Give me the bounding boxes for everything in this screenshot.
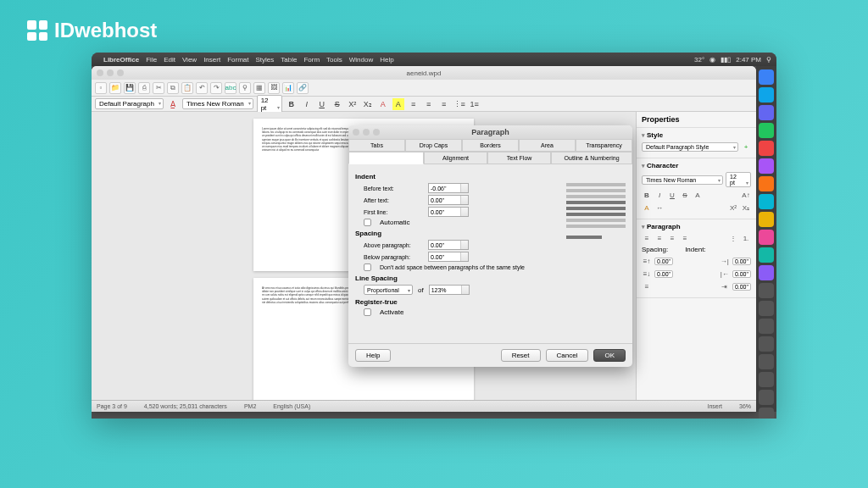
superscript-icon[interactable]: X² — [728, 202, 738, 213]
highlight-icon[interactable]: A — [392, 98, 404, 110]
firstline-indent-spin[interactable]: 0.00" — [732, 283, 751, 291]
status-language[interactable]: English (USA) — [273, 403, 310, 409]
superscript-button[interactable]: X² — [347, 98, 359, 110]
dont-add-space-checkbox[interactable] — [364, 263, 371, 271]
dock-app-icon[interactable] — [759, 141, 774, 156]
underline-icon[interactable]: U — [667, 190, 677, 200]
tab-tabs[interactable]: Tabs — [348, 139, 405, 152]
dialog-titlebar[interactable]: Paragraph — [348, 125, 632, 139]
dock-app-icon[interactable] — [759, 319, 774, 334]
tab-textflow[interactable]: Text Flow — [487, 152, 551, 164]
spellcheck-icon[interactable]: abc — [225, 82, 236, 94]
dock-app-icon[interactable] — [759, 158, 774, 174]
open-icon[interactable]: 📁 — [109, 82, 121, 94]
dec-spacing-icon[interactable]: ≡↓ — [642, 269, 652, 279]
battery-icon[interactable]: ▮▮▯ — [721, 56, 731, 64]
wifi-icon[interactable]: ◉ — [709, 56, 715, 64]
cancel-button[interactable]: Cancel — [546, 349, 589, 362]
dock-app-icon[interactable] — [759, 265, 774, 280]
line-spacing-select[interactable]: Proportional — [364, 285, 413, 295]
style-section-title[interactable]: Style — [642, 131, 751, 139]
new-style-icon[interactable]: + — [741, 141, 751, 152]
paragraph-section-title[interactable]: Paragraph — [642, 223, 751, 230]
dock-app-icon[interactable] — [759, 301, 774, 316]
undo-icon[interactable]: ↶ — [196, 82, 208, 94]
bold-icon[interactable]: B — [642, 190, 652, 200]
ok-button[interactable]: OK — [593, 349, 626, 362]
dock-app-icon[interactable] — [759, 408, 774, 419]
new-doc-icon[interactable]: ▫ — [95, 82, 107, 94]
status-page[interactable]: Page 3 of 9 — [97, 403, 127, 409]
paste-icon[interactable]: 📋 — [181, 82, 193, 94]
bullets-icon[interactable]: ⋮≡ — [453, 98, 465, 110]
underline-button[interactable]: U — [316, 98, 328, 110]
style-combo[interactable]: Default Paragraph Style — [642, 142, 738, 152]
after-text-input[interactable]: 0.00" — [428, 195, 469, 205]
tab-alignment[interactable]: Alignment — [424, 152, 487, 164]
before-indent-spin[interactable]: 0.00" — [732, 258, 751, 265]
subscript-button[interactable]: X₂ — [362, 98, 374, 110]
print-icon[interactable]: ⎙ — [138, 82, 150, 94]
tab-transparency[interactable]: Transparency — [576, 139, 632, 152]
help-button[interactable]: Help — [355, 349, 391, 362]
line-spacing-icon[interactable]: ≡ — [642, 281, 652, 291]
char-font-combo[interactable]: Times New Roman — [642, 175, 723, 185]
menu-insert[interactable]: Insert — [203, 56, 220, 64]
status-zoom[interactable]: 36% — [739, 403, 751, 409]
below-spacing-spin[interactable]: 0.00" — [654, 270, 673, 278]
menu-view[interactable]: View — [182, 56, 197, 64]
dock-app-icon[interactable] — [759, 123, 774, 138]
image-icon[interactable]: 🖼 — [268, 82, 280, 94]
font-color-icon[interactable]: A — [693, 190, 703, 200]
dock-app-icon[interactable] — [759, 105, 774, 120]
highlight-icon[interactable]: A — [642, 202, 652, 213]
align-center-icon[interactable]: ≡ — [423, 98, 435, 110]
above-spacing-spin[interactable]: 0.00" — [654, 258, 673, 265]
copy-icon[interactable]: ⧉ — [167, 82, 179, 94]
dock-app-icon[interactable] — [759, 194, 774, 209]
redo-icon[interactable]: ↷ — [210, 82, 222, 94]
font-name-combo[interactable]: Times New Roman — [182, 98, 253, 109]
tab-dropcaps[interactable]: Drop Caps — [405, 139, 462, 152]
menu-window[interactable]: Window — [349, 56, 373, 64]
status-insert[interactable]: Insert — [707, 403, 722, 409]
chart-icon[interactable]: 📊 — [282, 82, 294, 94]
dialog-traffic-lights[interactable] — [353, 129, 380, 136]
firstline-indent-icon[interactable]: ⇥ — [720, 281, 730, 291]
dock-app-icon[interactable] — [759, 247, 774, 263]
strike-button[interactable]: S — [331, 98, 343, 110]
menu-tools[interactable]: Tools — [326, 56, 342, 64]
menu-help[interactable]: Help — [380, 56, 393, 64]
bullets-icon[interactable]: ⋮ — [728, 233, 738, 243]
status-wordcount[interactable]: 4,520 words; 25,031 characters — [144, 403, 227, 409]
automatic-checkbox[interactable] — [364, 219, 371, 226]
dock-app-icon[interactable] — [759, 283, 774, 298]
table-icon[interactable]: ▦ — [253, 82, 265, 94]
tab-indents-spacing[interactable] — [348, 152, 424, 164]
after-indent-spin[interactable]: 0.00" — [732, 270, 751, 278]
inc-indent-icon[interactable]: →| — [720, 256, 730, 266]
above-para-input[interactable]: 0.00" — [428, 240, 469, 250]
cut-icon[interactable]: ✂ — [153, 82, 164, 94]
font-size-combo[interactable]: 12 pt — [257, 95, 282, 114]
dock-app-icon[interactable] — [759, 336, 774, 352]
search-icon[interactable]: ⚲ — [766, 56, 771, 64]
char-spacing-icon[interactable]: ↔ — [654, 202, 665, 213]
traffic-lights[interactable] — [97, 69, 124, 76]
app-name[interactable]: LibreOffice — [103, 56, 139, 64]
align-justify-icon[interactable]: ≡ — [680, 233, 690, 243]
dock-app-icon[interactable] — [759, 176, 774, 191]
menu-form[interactable]: Form — [303, 56, 320, 64]
tab-outline[interactable]: Outline & Numbering — [551, 152, 632, 164]
before-text-input[interactable]: -0.06" — [428, 183, 469, 193]
line-spacing-value[interactable]: 123% — [429, 285, 470, 295]
dock-app-icon[interactable] — [759, 390, 774, 405]
menu-file[interactable]: File — [146, 56, 157, 64]
italic-button[interactable]: I — [301, 98, 313, 110]
grow-font-icon[interactable]: A↑ — [741, 190, 751, 200]
tab-area[interactable]: Area — [519, 139, 576, 152]
numbering-icon[interactable]: 1. — [741, 233, 751, 243]
dock-app-icon[interactable] — [759, 87, 774, 103]
italic-icon[interactable]: I — [654, 190, 665, 200]
save-icon[interactable]: 💾 — [124, 82, 136, 94]
